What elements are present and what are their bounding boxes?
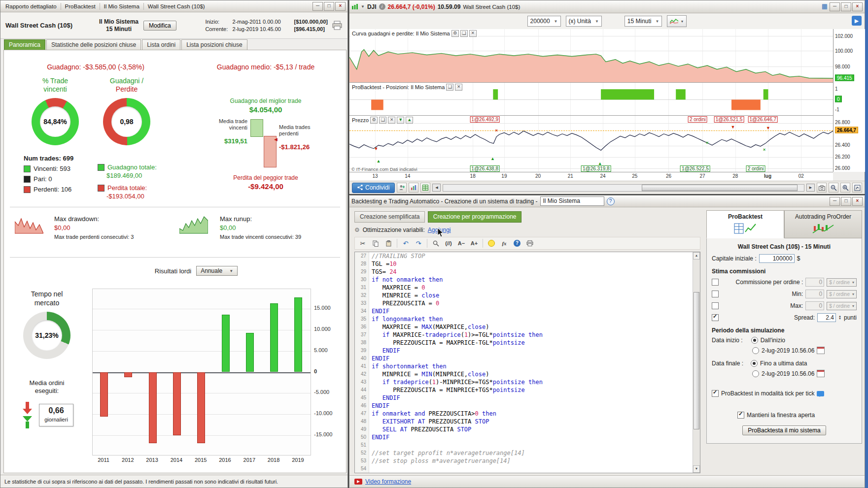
code-line[interactable]: 49 SELL AT PREZZOUSCITA STOP (355, 425, 693, 433)
per-order-select[interactable]: $ / ordine (827, 302, 857, 310)
maximize-button[interactable]: □ (841, 2, 851, 11)
spread-stepper[interactable]: ▲▼ (838, 315, 841, 320)
commission-checkbox[interactable] (712, 302, 719, 309)
scroll-up-button[interactable]: ▲ (693, 252, 700, 260)
share-button[interactable]: Condividi (352, 183, 395, 193)
code-line[interactable]: 44 PREZZOUSCITA = MINPRICE+TGS*pointsize (355, 386, 693, 394)
tab-statistiche-delle-posizioni-chiuse[interactable]: Statistiche delle posizioni chiuse (46, 39, 141, 51)
code-line[interactable]: 31 MAXPRICE = 0 (355, 284, 693, 292)
close-button[interactable]: × (852, 197, 863, 206)
titlebar-item[interactable]: ProBacktest (62, 2, 99, 10)
code-line[interactable]: 51 (355, 441, 693, 449)
code-line[interactable]: 52//set target pprofit n*averagetruerang… (355, 449, 693, 457)
undo-icon[interactable]: ↶ (400, 238, 412, 249)
code-line[interactable]: 41if shortonmarket then (355, 362, 693, 370)
titlebar-item[interactable]: Wall Street Cash (10$) (145, 2, 208, 10)
print-icon[interactable] (332, 21, 343, 30)
code-line[interactable]: 35if longonmarket then (355, 315, 693, 323)
variables-icon[interactable]: ⚙ (354, 227, 360, 233)
sell-order-icon[interactable]: ▲ (406, 117, 413, 124)
panel-close-icon[interactable]: ✕ (455, 84, 462, 91)
alerts-icon[interactable]: ▶ (852, 16, 862, 26)
close-button[interactable]: × (852, 2, 863, 11)
zoom-out-icon[interactable] (829, 183, 838, 193)
tab-panoramica[interactable]: Panoramica (4, 39, 45, 51)
calendar-icon[interactable] (817, 347, 825, 354)
info-icon[interactable]: i (379, 3, 385, 10)
code-line[interactable]: 46ENDIF (355, 402, 693, 410)
keep-open-checkbox[interactable] (737, 412, 744, 419)
search-icon[interactable] (430, 238, 442, 249)
per-order-select[interactable]: $ / ordine (827, 290, 857, 298)
code-line[interactable]: 38 PREZZOUSCITA = MAXPRICE-TGL*pointsize (355, 339, 693, 347)
commission-input[interactable]: 0 (805, 290, 824, 298)
equity-curve-panel[interactable]: Curva guadagni e perdite: Il Mio Sistema… (349, 29, 833, 83)
period-select[interactable]: Annuale▼ (196, 266, 238, 276)
commission-checkbox[interactable] (712, 279, 719, 286)
tab-autotrading[interactable]: Autotrading ProOrder (784, 210, 862, 238)
start-from-beginning-radio[interactable] (751, 337, 758, 344)
redo-icon[interactable]: ↷ (413, 238, 424, 249)
panel-close-icon[interactable]: ✕ (469, 30, 477, 37)
code-line[interactable]: 30if not onmarket then (355, 276, 693, 284)
suggestion-icon[interactable] (486, 238, 497, 249)
zoom-fit-icon[interactable] (852, 183, 862, 193)
minimize-button[interactable]: ─ (312, 2, 323, 11)
snapshot-icon[interactable] (817, 183, 827, 193)
functions-icon[interactable]: fx (498, 238, 510, 249)
scroll-down-button[interactable]: ▼ (693, 465, 700, 473)
quantity-select[interactable]: 200000▼ (527, 16, 561, 27)
code-line[interactable]: 42 MINPRICE = MIN(MINPRICE,close) (355, 370, 693, 378)
start-date-radio[interactable] (752, 347, 759, 354)
tick-tooltip-icon[interactable] (817, 391, 824, 396)
panel-close-icon[interactable]: ✕ (388, 117, 395, 124)
code-line[interactable]: 40ENDIF (355, 355, 693, 362)
table-icon[interactable] (420, 183, 430, 193)
symbol-name[interactable]: DJI (367, 3, 377, 10)
tab-lista-ordini[interactable]: Lista ordini (142, 39, 180, 51)
unit-select[interactable]: (x) Unità▼ (566, 16, 602, 27)
code-line[interactable]: 29TGS= 24 (355, 268, 693, 276)
code-line[interactable]: 39 ENDIF (355, 347, 693, 355)
font-smaller-icon[interactable]: A− (455, 238, 467, 249)
code-line[interactable]: 47if onmarket and PREZZOUSCITA>0 then (355, 410, 693, 418)
run-backtest-button[interactable]: ProBacktesta il mio sistema (742, 425, 826, 435)
system-name-input[interactable]: Il Mio Sistema (540, 196, 604, 206)
symbol-dropdown-icon[interactable]: ▼ (361, 4, 365, 9)
end-date-radio[interactable] (752, 370, 759, 377)
code-line[interactable]: 37 if MAXPRICE-tradeprice(1)>=TGL*points… (355, 331, 693, 339)
code-line[interactable]: 45 ENDIF (355, 394, 693, 402)
cut-icon[interactable]: ✂ (357, 238, 369, 249)
editor-scrollbar[interactable]: ▲ ▼ (693, 252, 700, 473)
maximize-button[interactable]: □ (324, 2, 334, 11)
code-line[interactable]: 33 PREZZOUSCITA = 0 (355, 299, 693, 307)
scroll-right-button[interactable]: ▶ (806, 184, 815, 192)
per-order-select[interactable]: $ / ordine (827, 278, 857, 287)
panel-settings-icon[interactable]: ⚙ (370, 117, 378, 124)
add-user-icon[interactable] (397, 183, 407, 193)
tab-code-creation[interactable]: Creazione per programmazione (428, 211, 522, 223)
spread-input[interactable]: 2.4 (817, 313, 836, 322)
code-line[interactable]: 32 MINPRICE = close (355, 292, 693, 299)
scroll-left-button[interactable]: ◀ (432, 184, 441, 192)
code-line[interactable]: 48 EXITSHORT AT PREZZOUSCITA STOP (355, 418, 693, 425)
tick-mode-checkbox[interactable] (712, 390, 719, 397)
commission-input[interactable]: 0 (805, 301, 824, 310)
font-larger-icon[interactable]: A+ (468, 238, 480, 249)
panel-window-icon[interactable]: ❑ (460, 30, 468, 37)
scrollbar-thumb[interactable] (642, 185, 798, 191)
tab-lista-posizioni-chiuse[interactable]: Lista posizioni chiuse (181, 39, 247, 51)
commission-checkbox[interactable] (712, 291, 719, 297)
help-icon[interactable]: ? (607, 197, 615, 205)
code-line[interactable]: 28TGL =10 (355, 260, 693, 268)
code-line[interactable]: 50ENDIF (355, 433, 693, 441)
close-button[interactable]: × (335, 2, 346, 11)
copy-icon[interactable] (370, 238, 382, 249)
timeframe-select[interactable]: 15 Minuti▼ (625, 16, 662, 27)
paste-icon[interactable] (382, 238, 394, 249)
end-until-last-radio[interactable] (751, 360, 758, 367)
code-line[interactable]: 36 MAXPRICE = MAX(MAXPRICE,close) (355, 323, 693, 331)
titlebar-item[interactable]: Il Mio Sistema (101, 2, 142, 10)
commission-input[interactable]: 0 (805, 278, 824, 287)
chart-style-button[interactable]: ▼ (667, 15, 687, 27)
